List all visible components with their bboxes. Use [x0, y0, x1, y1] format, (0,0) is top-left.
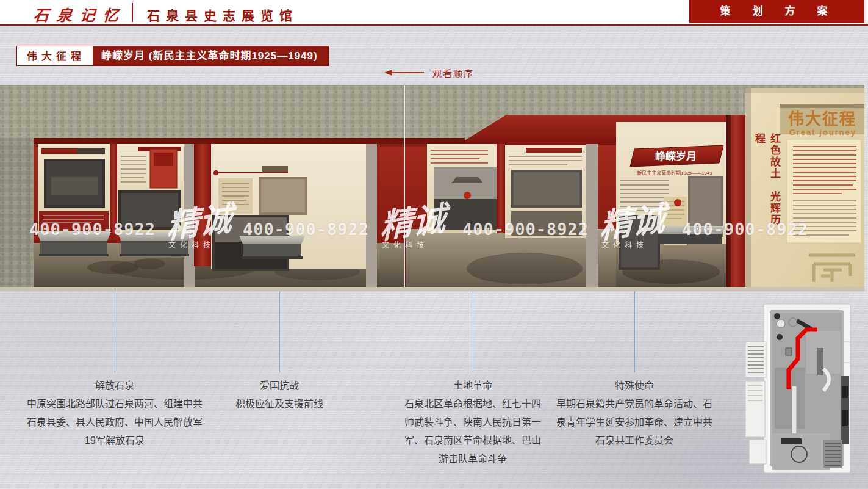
exhibit-bay-1: [38, 144, 117, 233]
view-order-indicator: 观看顺序: [384, 67, 474, 78]
timeline-connector: [115, 291, 115, 372]
timeline-block-aiguo-kangzhan: 爱国抗战 积极应征及支援前线: [206, 377, 353, 413]
tab-great-journey[interactable]: 伟大征程: [16, 46, 93, 66]
view-order-label: 观看顺序: [432, 67, 474, 79]
timeline-title: 特殊使命: [552, 377, 717, 395]
timeline-title: 解放石泉: [23, 377, 206, 395]
end-panel-title-cn: 伟大征程: [788, 110, 856, 128]
timeline-block-tudi-geming: 土地革命 石泉北区革命根据地、红七十四师武装斗争、陕南人民抗日第一军、石泉南区革…: [403, 377, 543, 468]
section-titlebar: 伟大征程 峥嵘岁月 (新民主主义革命时期1925—1949): [16, 46, 329, 66]
floor-plan-stairs-left: [745, 342, 766, 464]
exhibition-scene: 峥嵘岁月 新民主主义革命时期1925——1949: [0, 85, 864, 291]
timeline-body: 中原突围北路部队过石泉两河、组建中共石泉县委、县人民政府、中国人民解放军19军解…: [23, 395, 206, 450]
site-title: 石泉县史志展览馆: [147, 5, 298, 24]
exhibition-hall-render: 峥嵘岁月 新民主主义革命时期1925——1949: [0, 85, 864, 291]
floor-plan-map: [745, 294, 864, 488]
nav-plan-button[interactable]: 策划方案: [689, 0, 864, 23]
tab-current-period[interactable]: 峥嵘岁月 (新民主主义革命时期1925—1949): [93, 46, 329, 66]
end-panel-title-en: Great journey: [789, 128, 857, 137]
exhibit-bay-4: [427, 144, 505, 233]
floor-plan: [745, 294, 864, 488]
end-panel-side-text: 红色故土 光辉历程: [751, 133, 782, 230]
timeline-connector: [279, 291, 280, 372]
timeline-body: 早期石泉籍共产党员的革命活动、石泉青年学生延安参加革命、建立中共石泉县工作委员会: [552, 395, 717, 450]
timeline-title: 土地革命: [403, 377, 543, 395]
timeline-title: 爱国抗战: [206, 377, 353, 395]
header: 石泉记忆 石泉县史志展览馆 策划方案: [0, 0, 868, 26]
floor-strip: [0, 287, 864, 291]
exhibit-bay-6: 峥嵘岁月 新民主主义革命时期1925——1949: [616, 115, 745, 291]
timeline-body: 石泉北区革命根据地、红七十四师武装斗争、陕南人民抗日第一军、石泉南区革命根据地、…: [403, 395, 543, 468]
arrow-shaft: [392, 72, 424, 73]
exhibit-bay-3: [211, 144, 377, 287]
timeline-block-teshu-shiming: 特殊使命 早期石泉籍共产党员的革命活动、石泉青年学生延安参加革命、建立中共石泉县…: [552, 377, 717, 450]
timeline-connector: [473, 291, 473, 372]
timeline-body: 积极应征及支援前线: [206, 395, 353, 413]
page: { "header": { "logo": "石泉记忆", "site_titl…: [0, 0, 868, 489]
site-logo: 石泉记忆: [33, 3, 127, 25]
sign-subtitle: 新民主主义革命时期1925——1949: [637, 170, 712, 176]
arrow-left-icon: [384, 70, 392, 76]
timeline-connector: [634, 291, 635, 372]
timeline-block-jiefang-shiquan: 解放石泉 中原突围北路部队过石泉两河、组建中共石泉县委、县人民政府、中国人民解放…: [23, 377, 206, 450]
sign-title: 峥嵘岁月: [655, 150, 697, 162]
header-divider: [132, 3, 133, 22]
panorama-divider: [404, 85, 405, 291]
